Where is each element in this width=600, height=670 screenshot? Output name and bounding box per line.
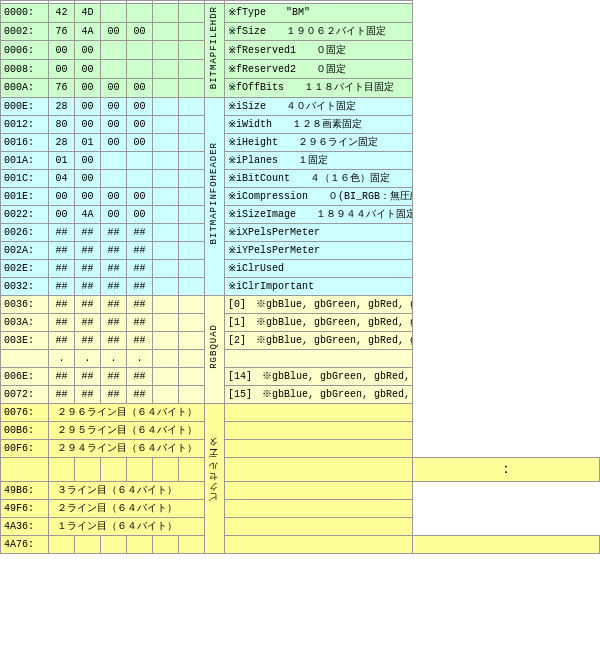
byte-cell: 00 xyxy=(101,78,127,97)
byte-cell: 00 xyxy=(127,22,153,41)
offset-cell: 001E: xyxy=(1,187,49,205)
table-row: 000A:76000000※fOffBits １１８バイト目固定 xyxy=(1,78,600,97)
field-cell: ※fReserved1 ０固定 xyxy=(225,41,413,60)
byte-cell xyxy=(179,349,205,367)
byte-cell: 76 xyxy=(49,78,75,97)
byte-cell xyxy=(153,223,179,241)
byte-cell xyxy=(179,295,205,313)
byte-cell: 00 xyxy=(127,133,153,151)
byte-cell: 00 xyxy=(127,187,153,205)
offset-cell: 00F6: xyxy=(1,439,49,457)
byte-cell xyxy=(179,535,205,553)
wide-byte-cell: ２９５ライン目（６４バイト） xyxy=(49,421,205,439)
byte-cell xyxy=(179,331,205,349)
byte-cell xyxy=(153,331,179,349)
byte-cell: 00 xyxy=(127,205,153,223)
byte-cell: ## xyxy=(75,367,101,385)
byte-cell: ## xyxy=(49,331,75,349)
table-row: 0026:########※iXPelsPerMeter xyxy=(1,223,600,241)
field-cell: ※iWidth １２８画素固定 xyxy=(225,115,413,133)
byte-cell: ## xyxy=(75,313,101,331)
byte-cell: ## xyxy=(127,385,153,403)
byte-cell: ## xyxy=(101,295,127,313)
byte-cell: 00 xyxy=(127,78,153,97)
byte-cell: ## xyxy=(127,241,153,259)
byte-cell: ## xyxy=(101,241,127,259)
offset-cell: 0072: xyxy=(1,385,49,403)
byte-cell: ## xyxy=(49,223,75,241)
offset-cell: 0000: xyxy=(1,4,49,23)
table-row: 0022:004A0000※iSizeImage １８９４４バイト固定 xyxy=(1,205,600,223)
offset-cell: 0026: xyxy=(1,223,49,241)
byte-cell: 80 xyxy=(49,115,75,133)
byte-cell: ## xyxy=(49,259,75,277)
field-cell: ※fSize １９０６２バイト固定 xyxy=(225,22,413,41)
byte-cell: ## xyxy=(75,223,101,241)
field-cell: ※iBitCount ４（１６色）固定 xyxy=(225,169,413,187)
byte-cell xyxy=(179,367,205,385)
byte-cell xyxy=(179,277,205,295)
offset-cell: 001C: xyxy=(1,169,49,187)
offset-cell: 000E: xyxy=(1,97,49,115)
byte-cell: ## xyxy=(75,385,101,403)
byte-cell xyxy=(179,223,205,241)
field-cell: [1] ※gbBlue, gbGreen, gbRed, gbReserved xyxy=(225,313,413,331)
byte-cell xyxy=(127,151,153,169)
byte-cell xyxy=(179,97,205,115)
offset-cell: 00B6: xyxy=(1,421,49,439)
offset-cell: 003A: xyxy=(1,313,49,331)
byte-cell xyxy=(153,22,179,41)
byte-cell xyxy=(153,151,179,169)
byte-cell: ## xyxy=(127,259,153,277)
offset-cell xyxy=(1,457,49,481)
byte-cell: ## xyxy=(75,331,101,349)
field-cell: ※iYPelsPerMeter xyxy=(225,241,413,259)
byte-cell xyxy=(101,169,127,187)
table-row: 001E:00000000※iCompression ０(BI_RGB：無圧縮）… xyxy=(1,187,600,205)
byte-cell: ## xyxy=(49,385,75,403)
wide-byte-cell: ２９６ライン目（６４バイト） xyxy=(49,403,205,421)
byte-cell xyxy=(179,151,205,169)
table-row: 0032:########※iClrImportant xyxy=(1,277,600,295)
section-cell xyxy=(225,535,413,553)
byte-cell: 00 xyxy=(75,151,101,169)
byte-cell: 00 xyxy=(101,133,127,151)
byte-cell: 00 xyxy=(101,22,127,41)
byte-cell: 28 xyxy=(49,97,75,115)
offset-cell: 49B6: xyxy=(1,481,49,499)
binary-table: 0000:424DBITMAPFILEHDR※fType "BM"0002:76… xyxy=(0,0,600,554)
table-row: 006E:########[14] ※gbBlue, gbGreen, gbRe… xyxy=(1,367,600,385)
table-row: 0072:########[15] ※gbBlue, gbGreen, gbRe… xyxy=(1,385,600,403)
offset-cell: 003E: xyxy=(1,331,49,349)
field-cell xyxy=(225,403,413,421)
table-row: 0016:28010000※iHeight ２９６ライン固定 xyxy=(1,133,600,151)
offset-cell: 002E: xyxy=(1,259,49,277)
byte-cell xyxy=(179,60,205,79)
byte-cell xyxy=(153,133,179,151)
byte-cell: 00 xyxy=(49,205,75,223)
byte-cell xyxy=(179,22,205,41)
field-cell: ※iCompression ０(BI_RGB：無圧縮）固定 xyxy=(225,187,413,205)
byte-cell: 4D xyxy=(75,4,101,23)
table-row: 0036:########RGBQUAD[0] ※gbBlue, gbGreen… xyxy=(1,295,600,313)
byte-cell: 00 xyxy=(49,60,75,79)
main-container: 0000:424DBITMAPFILEHDR※fType "BM"0002:76… xyxy=(0,0,600,554)
byte-cell xyxy=(179,169,205,187)
byte-cell: 00 xyxy=(75,187,101,205)
byte-cell: . xyxy=(127,349,153,367)
byte-cell: ## xyxy=(127,313,153,331)
field-cell: [2] ※gbBlue, gbGreen, gbRed, gbReserved xyxy=(225,331,413,349)
field-cell: ※iSizeImage １８９４４バイト固定 xyxy=(225,205,413,223)
byte-cell xyxy=(179,313,205,331)
byte-cell: 04 xyxy=(49,169,75,187)
byte-cell xyxy=(153,169,179,187)
byte-cell: ## xyxy=(49,367,75,385)
offset-cell: 0012: xyxy=(1,115,49,133)
byte-cell: ## xyxy=(75,259,101,277)
table-row: 002E:########※iClrUsed xyxy=(1,259,600,277)
byte-cell: . xyxy=(75,349,101,367)
field-cell: [0] ※gbBlue, gbGreen, gbRed, gbReserved xyxy=(225,295,413,313)
byte-cell xyxy=(153,457,179,481)
byte-cell: ## xyxy=(101,223,127,241)
byte-cell: ## xyxy=(101,385,127,403)
